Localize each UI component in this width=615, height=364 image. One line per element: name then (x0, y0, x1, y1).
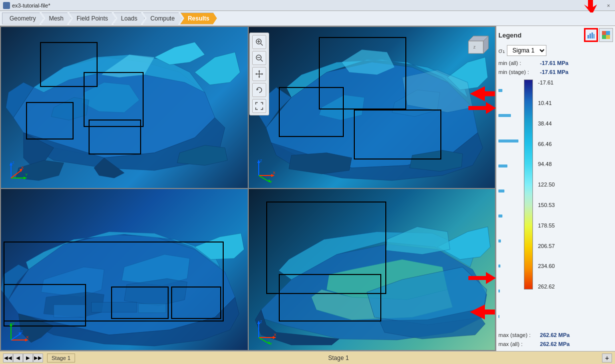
histogram-button[interactable] (584, 28, 598, 42)
viewport-bottom-left[interactable]: X Y Z (1, 189, 248, 350)
selection-box-3 (26, 102, 74, 140)
svg-marker-101 (257, 88, 259, 90)
title-bar: ex3-tutorial-file* × (0, 0, 615, 11)
add-stage-button[interactable]: + (602, 354, 612, 362)
sigma-icon: σ₁ (498, 47, 505, 54)
close-button[interactable]: × (605, 2, 612, 9)
selection-box-tr-3 (354, 110, 441, 160)
selection-box-br-2 (279, 274, 381, 322)
viewport-top-left[interactable]: Y Z X (1, 27, 248, 188)
selection-box-2 (84, 72, 144, 127)
svg-rect-110 (602, 35, 606, 39)
selection-box-bl-4 (171, 286, 221, 319)
svg-marker-74 (386, 226, 450, 254)
svg-text:X: X (274, 332, 277, 337)
selection-box-bl-3 (111, 286, 169, 319)
svg-rect-107 (593, 34, 594, 38)
fit-button[interactable] (252, 99, 266, 113)
svg-text:Y: Y (12, 322, 15, 326)
nav-next-button[interactable]: ▶ (23, 354, 33, 362)
title-bar-text: ex3-tutorial-file* (12, 2, 603, 8)
svg-line-66 (11, 334, 20, 340)
legend-title: Legend (498, 32, 521, 39)
svg-rect-109 (606, 31, 610, 35)
zoom-out-button[interactable] (252, 51, 266, 65)
viewport-top-right[interactable]: Z X Z Y (249, 27, 495, 188)
svg-text:Z: Z (12, 160, 15, 165)
tab-bar: Geometry Mesh Field Points Loads Compute… (0, 11, 615, 26)
tab-field-points[interactable]: Field Points (69, 12, 116, 24)
svg-line-43 (259, 176, 270, 182)
legend-panel: Legend (496, 26, 615, 351)
tab-compute[interactable]: Compute (143, 12, 182, 24)
app-icon (3, 2, 10, 9)
legend-histogram (498, 80, 521, 327)
viewport-area: Y Z X (0, 26, 496, 351)
svg-text:X: X (273, 170, 276, 175)
svg-marker-99 (255, 73, 257, 75)
status-bar: ◀◀ ◀ ▶ ▶▶ Stage 1 Stage 1 + (0, 351, 615, 364)
selection-box-4 (89, 120, 141, 154)
nav-first-button[interactable]: ◀◀ (3, 354, 13, 362)
palette-button[interactable] (599, 28, 613, 42)
stage-label: Stage 1 (47, 354, 75, 362)
svg-text:Y: Y (25, 172, 28, 177)
legend-colorbar (524, 80, 533, 290)
nav-prev-button[interactable]: ◀ (13, 354, 23, 362)
svg-text:Z: Z (473, 46, 476, 49)
zoom-in-button[interactable] (252, 35, 266, 49)
legend-labels: -17.61 10.41 38.44 66.46 94.48 122.50 15… (536, 80, 557, 290)
svg-line-19 (11, 170, 21, 178)
svg-text:Y: Y (270, 180, 273, 183)
svg-text:Z: Z (260, 320, 262, 324)
tab-mesh[interactable]: Mesh (42, 12, 71, 24)
viewport-bottom-right[interactable]: X Z Y (249, 189, 495, 350)
svg-rect-105 (589, 34, 591, 38)
tab-loads[interactable]: Loads (114, 12, 145, 24)
svg-text:X: X (21, 166, 24, 170)
tab-geometry[interactable]: Geometry (2, 12, 44, 24)
legend-toolbar (584, 28, 613, 42)
pan-button[interactable] (252, 67, 266, 81)
svg-text:Z: Z (21, 330, 23, 334)
svg-rect-106 (591, 32, 593, 38)
nav-last-button[interactable]: ▶▶ (33, 354, 43, 362)
svg-marker-98 (258, 76, 260, 78)
legend-header: Legend (498, 28, 613, 42)
svg-rect-111 (606, 35, 610, 39)
stage-center-label: Stage 1 (75, 354, 602, 362)
selection-box-tr-2 (279, 87, 344, 137)
svg-marker-34 (468, 41, 483, 54)
sigma-dropdown[interactable]: Sigma 1 (507, 45, 546, 56)
legend-min-stats: min (all) : -17.61 MPa min (stage) : -17… (498, 59, 613, 76)
svg-marker-3 (195, 52, 240, 84)
svg-marker-30 (289, 153, 352, 174)
svg-line-93 (261, 60, 263, 62)
rotate-button[interactable] (252, 83, 266, 97)
svg-text:Z: Z (260, 158, 262, 163)
svg-text:Y: Y (270, 342, 273, 345)
main-container: Y Z X (0, 26, 615, 351)
svg-line-84 (259, 338, 270, 344)
svg-marker-97 (258, 70, 260, 72)
svg-rect-108 (602, 31, 606, 35)
sigma-selector: σ₁ Sigma 1 (498, 45, 613, 56)
svg-marker-100 (262, 73, 263, 75)
viewport-toolbar (249, 32, 269, 116)
legend-colorbar-area: -17.61 10.41 38.44 66.46 94.48 122.50 15… (498, 80, 613, 327)
svg-text:X: X (26, 335, 29, 340)
svg-line-89 (261, 44, 263, 46)
svg-rect-104 (587, 35, 589, 38)
legend-max-stats: max (stage) : 262.62 MPa max (all) : 262… (498, 330, 613, 349)
tab-results[interactable]: Results (180, 12, 217, 24)
